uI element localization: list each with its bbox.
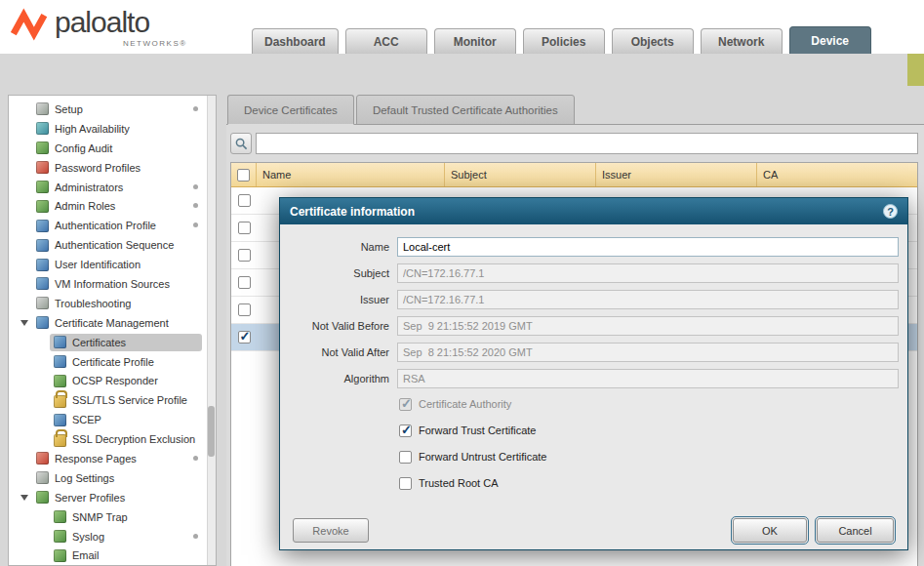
dialog-body: Name Subject Issuer Not Valid Before Not… (280, 224, 907, 551)
sidebar-item-password-profiles[interactable]: Password Profiles (9, 158, 216, 178)
row-checkbox-cell (231, 222, 257, 234)
sidebar-scrollbar[interactable] (207, 96, 216, 565)
sidebar-item-snmp-trap[interactable]: SNMP Trap (9, 507, 216, 527)
select-all-checkbox[interactable] (237, 169, 250, 182)
sidebar-item-ocsp-responder[interactable]: OCSP Responder (9, 371, 216, 390)
email-icon (54, 549, 66, 562)
lock-icon (54, 395, 66, 408)
forward-trust-certificate-checkbox[interactable] (399, 424, 412, 437)
row-checkbox[interactable] (238, 249, 251, 262)
forward-untrust-certificate-option: Forward Untrust Certificate (399, 449, 546, 465)
sidebar-item-admin-roles[interactable]: Admin Roles (9, 196, 216, 216)
certificate-authority-option: Certificate Authority (399, 396, 511, 412)
sidebar-item-authentication-profile[interactable]: Authentication Profile (9, 216, 216, 235)
sidebar-item-syslog[interactable]: Syslog (9, 527, 216, 546)
screen: paloalto NETWORKS® Dashboard ACC Monitor… (0, 0, 924, 566)
sidebar-item-certificate-profile[interactable]: Certificate Profile (9, 352, 216, 372)
administrators-icon (36, 181, 49, 193)
status-strip (907, 54, 924, 86)
tab-device-certificates[interactable]: Device Certificates (227, 95, 354, 125)
row-checkbox-cell (231, 331, 257, 344)
nav-tab-dashboard[interactable]: Dashboard (252, 28, 339, 54)
nav-tab-monitor[interactable]: Monitor (434, 28, 516, 54)
sidebar-item-certificates[interactable]: Certificates (9, 333, 216, 352)
field-label: Not Valid Before (280, 320, 389, 332)
expander-icon[interactable] (20, 320, 28, 326)
dialog-header: Certificate information (280, 198, 907, 224)
sidebar-item-setup[interactable]: Setup (9, 100, 216, 119)
config-audit-icon (36, 142, 49, 154)
paloalto-logo-icon (10, 6, 51, 47)
field-row-issuer: Issuer (280, 290, 899, 309)
forward-trust-certificate-option: Forward Trust Certificate (399, 423, 536, 438)
forward-untrust-certificate-checkbox[interactable] (399, 451, 412, 464)
name-field[interactable] (397, 237, 899, 257)
row-checkbox[interactable] (238, 303, 251, 316)
authentication-profile-icon (36, 220, 49, 232)
select-all-cell (231, 163, 257, 186)
sidebar-item-high-availability[interactable]: High Availability (9, 119, 216, 139)
revoke-button[interactable]: Revoke (293, 518, 369, 543)
sidebar-item-config-audit[interactable]: Config Audit (9, 139, 216, 158)
tab-default-trusted-certificate-authorities[interactable]: Default Trusted Certificate Authorities (356, 95, 575, 125)
certificate-profile-icon (54, 355, 66, 368)
search-input[interactable] (256, 133, 918, 154)
dialog-title: Certificate information (290, 205, 883, 219)
sidebar-item-email[interactable]: Email (9, 546, 216, 565)
sidebar-item-response-pages[interactable]: Response Pages (9, 449, 216, 468)
row-checkbox[interactable] (238, 331, 251, 344)
sidebar-item-ssl-tls-service-profile[interactable]: SSL/TLS Service Profile (9, 390, 216, 410)
row-checkbox[interactable] (238, 194, 251, 207)
expander-icon[interactable] (20, 495, 28, 501)
issuer-field (397, 290, 899, 309)
sidebar-item-vm-information-sources[interactable]: VM Information Sources (9, 274, 216, 294)
sidebar-scrollbar-thumb[interactable] (208, 406, 215, 457)
field-row-subject: Subject (280, 263, 899, 283)
sidebar-item-authentication-sequence[interactable]: Authentication Sequence (9, 235, 216, 255)
sidebar-item-user-identification[interactable]: User Identification (9, 255, 216, 274)
response-pages-icon (36, 452, 49, 465)
nav-tab-policies[interactable]: Policies (523, 28, 605, 54)
brand-name: paloalto (55, 6, 149, 39)
server-profiles-icon (36, 491, 49, 504)
search-icon (235, 138, 248, 150)
row-checkbox-cell (231, 303, 257, 316)
help-icon[interactable] (883, 204, 898, 219)
row-checkbox-cell (231, 194, 257, 207)
row-checkbox[interactable] (238, 276, 251, 289)
brand-subtitle: NETWORKS® (123, 39, 187, 48)
sidebar-item-troubleshooting[interactable]: Troubleshooting (9, 294, 216, 313)
server-icon (54, 530, 66, 543)
log-settings-icon (36, 471, 49, 484)
sidebar-item-ssl-decryption-exclusion[interactable]: SSL Decryption Exclusion (9, 429, 216, 449)
sidebar-item-server-profiles[interactable]: Server Profiles (9, 488, 216, 507)
nav-tab-device[interactable]: Device (789, 26, 871, 54)
search-button[interactable] (230, 133, 252, 154)
sidebar-item-log-settings[interactable]: Log Settings (9, 468, 216, 488)
cancel-button[interactable]: Cancel (817, 518, 894, 543)
not-valid-before-field (397, 316, 899, 336)
sidebar-item-certificate-management[interactable]: Certificate Management (9, 313, 216, 333)
ok-button[interactable]: OK (733, 518, 807, 543)
nav-tab-objects[interactable]: Objects (612, 28, 694, 54)
field-label: Subject (280, 267, 389, 279)
sidebar-item-administrators[interactable]: Administrators (9, 178, 216, 197)
search-row (230, 133, 918, 154)
main-nav: Dashboard ACC Monitor Policies Objects N… (252, 26, 871, 54)
certificate-information-dialog: Certificate information Name Subject Iss… (279, 197, 908, 550)
field-row-not-valid-before: Not Valid Before (280, 316, 899, 336)
column-header-issuer[interactable]: Issuer (596, 163, 757, 186)
top-header: paloalto NETWORKS® Dashboard ACC Monitor… (0, 0, 924, 54)
password-profiles-icon (36, 161, 49, 174)
column-header-ca[interactable]: CA (757, 163, 917, 186)
sidebar-item-scep[interactable]: SCEP (9, 410, 216, 429)
row-checkbox-cell (231, 249, 257, 262)
column-header-subject[interactable]: Subject (445, 163, 596, 186)
trusted-root-ca-option: Trusted Root CA (399, 475, 499, 491)
row-checkbox[interactable] (238, 222, 251, 234)
scep-icon (54, 414, 66, 426)
nav-tab-network[interactable]: Network (701, 28, 783, 54)
column-header-name[interactable]: Name (257, 163, 445, 186)
trusted-root-ca-checkbox[interactable] (399, 477, 412, 490)
nav-tab-acc[interactable]: ACC (345, 28, 427, 54)
